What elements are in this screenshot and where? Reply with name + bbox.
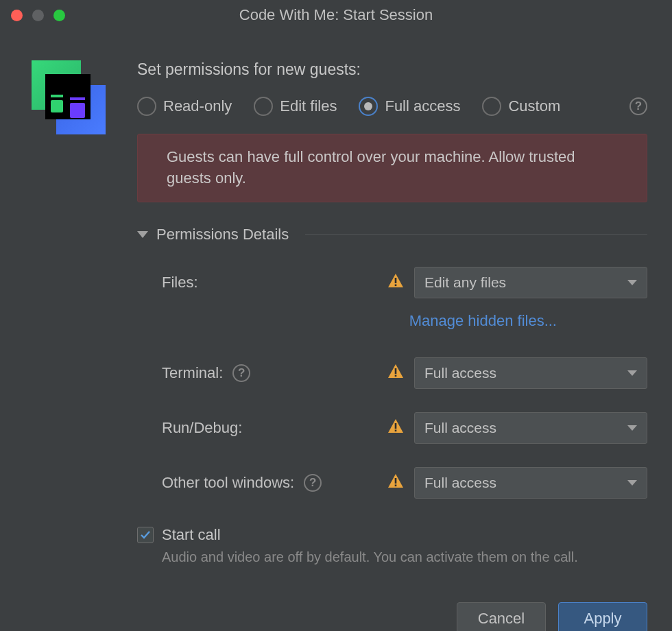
otherwindows-label: Other tool windows: — [162, 474, 294, 492]
svg-rect-5 — [51, 95, 63, 97]
preset-fullaccess-label: Full access — [385, 97, 460, 115]
rundebug-label: Run/Debug: — [162, 419, 242, 437]
svg-rect-8 — [395, 284, 397, 286]
cancel-button[interactable]: Cancel — [457, 602, 546, 631]
terminal-dropdown[interactable]: Full access — [414, 357, 647, 389]
svg-rect-14 — [395, 484, 397, 486]
fullaccess-warning-banner: Guests can have full control over your m… — [137, 134, 647, 202]
svg-rect-7 — [395, 278, 397, 283]
preset-readonly-label: Read-only — [163, 97, 232, 115]
svg-rect-13 — [395, 478, 397, 484]
chevron-down-icon — [627, 280, 637, 285]
chevron-down-icon — [627, 370, 637, 376]
warning-icon — [388, 474, 403, 492]
code-with-me-logo — [30, 60, 107, 137]
preset-readonly-radio[interactable]: Read-only — [137, 97, 232, 116]
terminal-dropdown-value: Full access — [424, 365, 496, 381]
permissions-details-toggle[interactable]: Permissions Details — [137, 226, 647, 243]
preset-fullaccess-radio[interactable]: Full access — [359, 97, 460, 116]
radio-icon — [137, 97, 156, 116]
permissions-heading: Set permissions for new guests: — [137, 60, 647, 79]
start-call-label: Start call — [162, 526, 221, 544]
chevron-down-icon — [627, 425, 637, 431]
warning-icon — [388, 419, 403, 437]
svg-rect-6 — [70, 97, 85, 100]
otherwindows-dropdown-value: Full access — [424, 475, 496, 491]
chevron-down-icon — [137, 231, 148, 238]
preset-editfiles-label: Edit files — [280, 97, 337, 115]
window-title: Code With Me: Start Session — [239, 6, 433, 24]
svg-rect-12 — [395, 429, 397, 431]
chevron-down-icon — [627, 480, 637, 486]
window-controls[interactable] — [11, 10, 65, 21]
rundebug-dropdown-value: Full access — [424, 420, 496, 436]
warning-icon — [388, 274, 403, 291]
otherwindows-dropdown[interactable]: Full access — [414, 467, 647, 499]
zoom-window-icon[interactable] — [53, 10, 65, 21]
svg-rect-3 — [51, 100, 63, 112]
start-call-checkbox[interactable] — [137, 527, 154, 543]
start-call-hint: Audio and video are off by default. You … — [137, 549, 647, 565]
help-icon[interactable]: ? — [232, 364, 250, 382]
radio-icon — [254, 97, 273, 116]
help-icon[interactable]: ? — [304, 474, 322, 492]
preset-custom-radio[interactable]: Custom — [482, 97, 560, 116]
minimize-window-icon — [32, 10, 44, 21]
apply-button[interactable]: Apply — [558, 602, 647, 631]
files-dropdown-value: Edit any files — [424, 274, 506, 291]
svg-rect-9 — [395, 368, 397, 374]
permissions-details-title: Permissions Details — [156, 226, 289, 243]
svg-rect-10 — [395, 374, 397, 377]
rundebug-dropdown[interactable]: Full access — [414, 412, 647, 444]
files-dropdown[interactable]: Edit any files — [414, 267, 647, 298]
manage-hidden-files-link[interactable]: Manage hidden files... — [409, 312, 557, 330]
divider — [305, 234, 647, 235]
terminal-label: Terminal: — [162, 364, 223, 382]
warning-icon — [388, 364, 403, 382]
radio-icon — [482, 97, 501, 116]
radio-icon — [359, 97, 378, 116]
svg-rect-11 — [395, 423, 397, 429]
preset-custom-label: Custom — [508, 97, 560, 115]
close-window-icon[interactable] — [11, 10, 23, 21]
svg-rect-4 — [70, 103, 85, 118]
help-icon[interactable]: ? — [629, 97, 647, 115]
files-label: Files: — [162, 274, 198, 291]
preset-editfiles-radio[interactable]: Edit files — [254, 97, 337, 116]
